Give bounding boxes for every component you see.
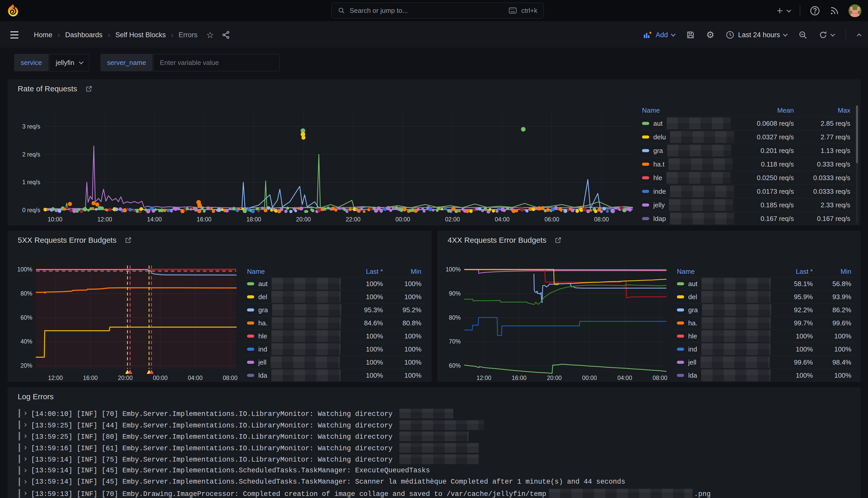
panel-title[interactable]: 5XX Requests Error Budgets <box>18 236 132 245</box>
legend-series-name[interactable]: del <box>677 291 767 303</box>
legend-series-name[interactable]: hle <box>642 172 722 184</box>
panel-title[interactable]: Rate of Requests <box>18 84 93 93</box>
legend-row[interactable]: lda100%100% <box>244 369 424 382</box>
rate-of-requests-chart[interactable]: 0 req/s1 req/s2 req/s3 req/s10:0012:0014… <box>8 98 639 226</box>
legend-row[interactable]: hle100%100% <box>244 329 424 342</box>
log-expand-icon[interactable]: › <box>24 466 27 474</box>
legend-row[interactable]: delu0.0327 req/s2.77 req/s <box>639 130 853 144</box>
grafana-logo[interactable] <box>6 4 20 18</box>
legend-series-name[interactable]: gra <box>642 145 722 157</box>
log-row[interactable]: ›[13:59:14] [INF] [45] Emby.Server.Imple… <box>19 476 852 488</box>
legend-header-name[interactable]: Name <box>642 106 722 115</box>
legend-header-last[interactable]: Last * <box>337 267 383 276</box>
legend-row[interactable]: ha.99.7%99.6% <box>674 316 854 329</box>
legend-header-min[interactable]: Min <box>813 267 851 276</box>
time-range-picker[interactable]: Last 24 hours <box>726 30 787 39</box>
log-row[interactable]: ›[13:59:14] [INF] [45] Emby.Server.Imple… <box>19 465 852 476</box>
breadcrumb-home[interactable]: Home <box>34 31 52 39</box>
legend-series-name[interactable]: gra <box>677 304 767 316</box>
legend-row[interactable]: aut58.1%56.8% <box>674 277 854 290</box>
legend-row[interactable]: aut100%100% <box>244 277 424 290</box>
variable-service-value[interactable]: jellyfin <box>49 54 89 71</box>
panel-title[interactable]: Log Errors <box>18 392 54 401</box>
log-row[interactable]: ›[14:00:10] [INF] [70] Emby.Server.Imple… <box>19 408 852 419</box>
legend-scrollbar-thumb[interactable] <box>856 105 858 163</box>
log-expand-icon[interactable]: › <box>24 488 27 497</box>
save-dashboard-icon[interactable] <box>686 30 695 39</box>
legend-header-mean[interactable]: Mean <box>722 106 794 115</box>
legend-row[interactable]: lda100%100% <box>674 369 854 382</box>
legend-header-max[interactable]: Max <box>794 106 850 115</box>
menu-toggle-button[interactable] <box>10 30 21 40</box>
legend-series-name[interactable]: jelly <box>642 199 722 211</box>
legend-row[interactable]: ldap0.167 req/s0.167 req/s <box>639 212 853 225</box>
5xx-error-budget-chart[interactable]: 20%40%60%80%100%12:0016:0020:0000:0004:0… <box>8 244 254 382</box>
external-link-icon[interactable] <box>555 237 562 244</box>
log-expand-icon[interactable]: › <box>24 431 27 440</box>
legend-series-name[interactable]: inde <box>642 185 722 197</box>
legend-row[interactable]: ha.84.6%80.8% <box>244 316 424 329</box>
legend-header-last[interactable]: Last * <box>767 267 813 276</box>
legend-row[interactable]: jell100%100% <box>244 356 424 369</box>
legend-row[interactable]: ind100%100% <box>674 342 854 356</box>
legend-series-name[interactable]: aut <box>247 278 337 290</box>
legend-series-name[interactable]: jell <box>677 356 767 368</box>
add-button[interactable]: Add <box>643 31 675 39</box>
news-rss-icon[interactable] <box>829 6 839 16</box>
dashboard-settings-icon[interactable]: ⚙ <box>706 30 715 40</box>
favorite-star-icon[interactable]: ☆ <box>206 30 214 40</box>
legend-row[interactable]: del95.9%93.9% <box>674 290 854 303</box>
breadcrumb-dashboards[interactable]: Dashboards <box>65 31 103 39</box>
log-row[interactable]: ›[13:59:16] [INF] [61] Emby.Server.Imple… <box>19 442 852 454</box>
legend-header-min[interactable]: Min <box>383 267 422 276</box>
legend-series-name[interactable]: hle <box>677 330 767 342</box>
refresh-picker[interactable] <box>819 30 834 39</box>
log-expand-icon[interactable]: › <box>24 477 27 485</box>
legend-header-name[interactable]: Name <box>677 267 767 276</box>
collapse-toolbar-icon[interactable] <box>857 34 861 38</box>
legend-series-name[interactable]: ind <box>677 343 767 355</box>
panel-title[interactable]: 4XX Requests Error Budgets <box>448 236 562 245</box>
new-button[interactable] <box>776 7 790 15</box>
legend-row[interactable]: hle0.0250 req/s0.0333 req/s <box>639 171 853 184</box>
legend-series-name[interactable]: gra <box>247 304 337 316</box>
legend-row[interactable]: hle100%100% <box>674 329 854 342</box>
user-avatar[interactable] <box>849 4 861 17</box>
log-expand-icon[interactable]: › <box>24 420 27 428</box>
legend-series-name[interactable]: aut <box>642 118 722 129</box>
search-input[interactable]: Search or jump to... ctrl+k <box>331 3 544 18</box>
share-icon[interactable] <box>222 30 230 39</box>
legend-series-name[interactable]: ldap <box>642 213 722 224</box>
legend-row[interactable]: ha.t0.118 req/s0.333 req/s <box>639 157 853 171</box>
log-row[interactable]: ›[13:59:25] [INF] [44] Emby.Server.Imple… <box>19 419 852 431</box>
legend-row[interactable]: jell99.6%98.4% <box>674 356 854 369</box>
legend-series-name[interactable]: hle <box>247 330 337 342</box>
legend-series-name[interactable]: ha. <box>677 317 767 329</box>
legend-row[interactable]: gra92.2%86.2% <box>674 303 854 316</box>
zoom-out-icon[interactable] <box>798 30 807 40</box>
legend-series-name[interactable]: delu <box>642 131 722 143</box>
log-expand-icon[interactable]: › <box>24 443 27 451</box>
legend-series-name[interactable]: lda <box>247 369 337 381</box>
log-expand-icon[interactable]: › <box>24 408 27 417</box>
legend-series-name[interactable]: ind <box>247 343 337 355</box>
legend-row[interactable]: ind100%100% <box>244 342 424 356</box>
legend-series-name[interactable]: lda <box>677 369 767 381</box>
legend-series-name[interactable]: aut <box>677 278 767 290</box>
legend-row[interactable]: jelly0.185 req/s2.33 req/s <box>639 198 853 212</box>
legend-series-name[interactable]: jell <box>247 356 337 368</box>
legend-row[interactable]: aut0.0608 req/s2.85 req/s <box>639 117 853 130</box>
breadcrumb-folder[interactable]: Self Host Blocks <box>116 31 166 39</box>
legend-row[interactable]: gra95.3%95.2% <box>244 303 424 316</box>
legend-row[interactable]: del100%100% <box>244 290 424 303</box>
legend-header-name[interactable]: Name <box>247 267 337 276</box>
variable-server-name-input[interactable] <box>153 54 280 71</box>
legend-row[interactable]: gra0.201 req/s1.13 req/s <box>639 144 853 157</box>
log-row[interactable]: ›[13:59:13] [INF] [70] Emby.Drawing.Imag… <box>19 488 852 498</box>
external-link-icon[interactable] <box>125 237 132 244</box>
log-row[interactable]: ›[13:59:25] [INF] [80] Emby.Server.Imple… <box>19 431 852 442</box>
4xx-error-budget-chart[interactable]: 60%70%80%90%100%12:0016:0020:0000:0004:0… <box>438 244 684 382</box>
help-icon[interactable] <box>810 5 820 16</box>
legend-series-name[interactable]: ha. <box>247 317 337 329</box>
log-row[interactable]: ›[13:59:14] [INF] [75] Emby.Server.Imple… <box>19 453 852 465</box>
